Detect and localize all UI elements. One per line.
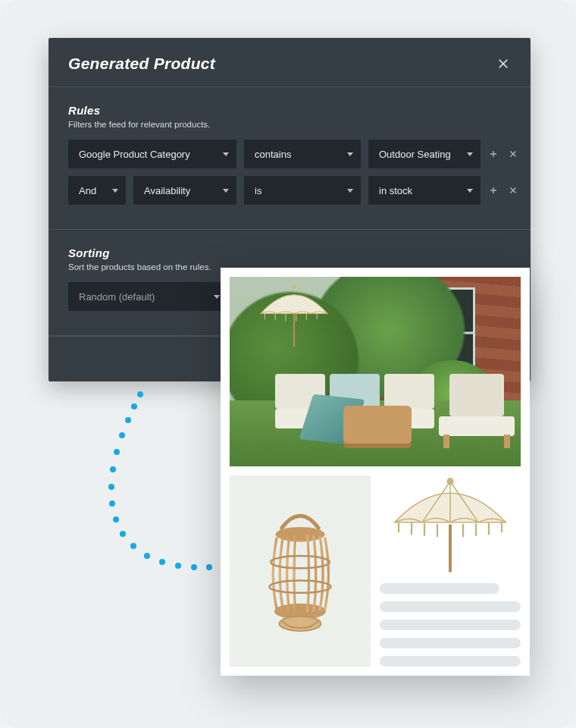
rule-logic-label: And	[79, 185, 96, 196]
skeleton-line	[380, 638, 521, 648]
close-icon[interactable]	[496, 56, 511, 71]
chevron-down-icon	[467, 152, 473, 156]
chevron-down-icon	[467, 189, 473, 193]
sorting-title: Sorting	[68, 246, 511, 259]
rule-row-actions	[488, 149, 518, 159]
rule-operator-label: is	[255, 185, 261, 196]
rule-field-label: Google Product Category	[79, 149, 190, 160]
chevron-down-icon	[223, 189, 229, 193]
product-image-umbrella	[380, 475, 521, 576]
skeleton-line	[380, 583, 499, 594]
rule-logic-select[interactable]: And	[68, 176, 126, 205]
remove-rule-button[interactable]	[508, 149, 518, 159]
add-rule-button[interactable]	[488, 185, 499, 196]
rule-row: Google Product Category contains Outdoor…	[68, 140, 511, 168]
rule-row-actions	[488, 185, 518, 196]
rule-operator-label: contains	[255, 149, 291, 160]
rules-desc: Filters the feed for relevant products.	[68, 120, 511, 129]
chevron-down-icon	[347, 189, 353, 193]
skeleton-line	[380, 601, 521, 612]
rule-value-label: in stock	[379, 185, 412, 196]
chevron-down-icon	[214, 295, 220, 299]
add-rule-button[interactable]	[488, 149, 499, 159]
panel-title: Generated Product	[68, 55, 215, 73]
rules-section: Rules Filters the feed for relevant prod…	[49, 87, 531, 230]
rule-field-label: Availability	[144, 185, 190, 196]
product-tile-umbrella	[380, 475, 521, 667]
product-grid	[230, 475, 521, 667]
skeleton-line	[380, 620, 521, 630]
rule-field-select[interactable]: Availability	[133, 176, 236, 205]
remove-rule-button[interactable]	[508, 185, 518, 196]
rule-value-select[interactable]: Outdoor Seating	[368, 140, 481, 168]
product-preview-card	[221, 268, 530, 676]
rule-operator-select[interactable]: is	[244, 176, 361, 205]
svg-point-23	[292, 285, 296, 290]
rule-row: And Availability is in stock	[68, 176, 511, 205]
sorting-select[interactable]: Random (default)	[68, 282, 227, 311]
rule-field-select[interactable]: Google Product Category	[68, 140, 236, 168]
hero-image-outdoor-seating	[230, 277, 521, 466]
panel-header: Generated Product	[49, 38, 531, 87]
sorting-value: Random (default)	[79, 291, 155, 303]
chevron-down-icon	[223, 152, 229, 156]
chevron-down-icon	[347, 152, 353, 156]
rule-operator-select[interactable]: contains	[244, 140, 361, 168]
rule-value-label: Outdoor Seating	[379, 149, 451, 160]
rule-value-select[interactable]: in stock	[368, 176, 481, 205]
rules-title: Rules	[68, 104, 511, 117]
skeleton-line	[380, 656, 521, 667]
chevron-down-icon	[112, 189, 118, 193]
product-info-skeleton	[380, 583, 521, 667]
product-image-lantern	[230, 475, 371, 667]
product-tile-lantern	[230, 475, 371, 667]
